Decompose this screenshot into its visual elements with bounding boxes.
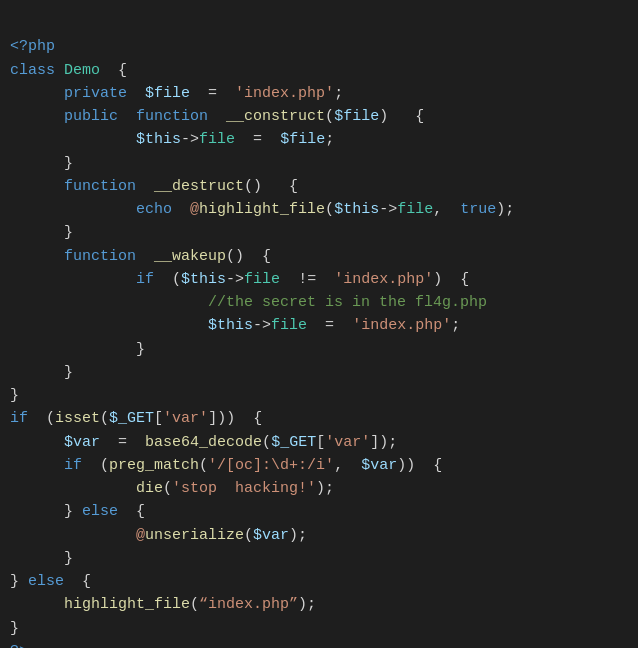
fn-wakeup: __wakeup: [154, 248, 226, 265]
fn-highlight-2: highlight_file: [64, 596, 190, 613]
fn-die: die: [136, 480, 163, 497]
this-file-1: $this: [136, 131, 181, 148]
param-file-2: $file: [280, 131, 325, 148]
var-var-3: $var: [253, 527, 289, 544]
var-var-2: $var: [361, 457, 397, 474]
fn-isset: isset: [55, 410, 100, 427]
php-close-tag: ?>: [10, 643, 28, 648]
fn-construct: __construct: [226, 108, 325, 125]
this-file-3: $this: [181, 271, 226, 288]
param-file: $file: [334, 108, 379, 125]
modifier-public: public: [64, 108, 118, 125]
modifier-private: private: [64, 85, 127, 102]
this-file-2: $this: [334, 201, 379, 218]
if-keyword-2: if: [10, 410, 28, 427]
else-keyword-2: else: [28, 573, 64, 590]
str-index: 'index.php': [235, 85, 334, 102]
str-index-3: 'index.php': [352, 317, 451, 334]
get-var: $_GET: [109, 410, 154, 427]
var-var: $var: [64, 434, 100, 451]
echo-keyword: echo: [136, 201, 172, 218]
str-var-2: 'var': [325, 434, 370, 451]
code-display: <?php class Demo { private $file = 'inde…: [10, 12, 628, 648]
class-keyword: class: [10, 62, 55, 79]
fn-unserialize: unserialize: [145, 527, 244, 544]
fn-pregmatch: preg_match: [109, 457, 199, 474]
function-keyword-3: function: [64, 248, 136, 265]
function-keyword-2: function: [64, 178, 136, 195]
class-name: Demo: [64, 62, 100, 79]
var-file: $file: [145, 85, 190, 102]
str-index-4: “index.php”: [199, 596, 298, 613]
comment-secret: //the secret is in the fl4g.php: [208, 294, 487, 311]
php-open-tag: <?php: [10, 38, 55, 55]
get-var-2: $_GET: [271, 434, 316, 451]
str-regex: '/[oc]:\d+:/i': [208, 457, 334, 474]
this-file-4: $this: [208, 317, 253, 334]
fn-destruct: __destruct: [154, 178, 244, 195]
str-stop: 'stop hacking!': [172, 480, 316, 497]
str-var: 'var': [163, 410, 208, 427]
function-keyword-1: function: [136, 108, 208, 125]
else-keyword-1: else: [82, 503, 118, 520]
fn-base64: base64_decode: [145, 434, 262, 451]
if-keyword-3: if: [64, 457, 82, 474]
fn-highlight: highlight_file: [199, 201, 325, 218]
if-keyword-1: if: [136, 271, 154, 288]
str-index-2: 'index.php': [334, 271, 433, 288]
